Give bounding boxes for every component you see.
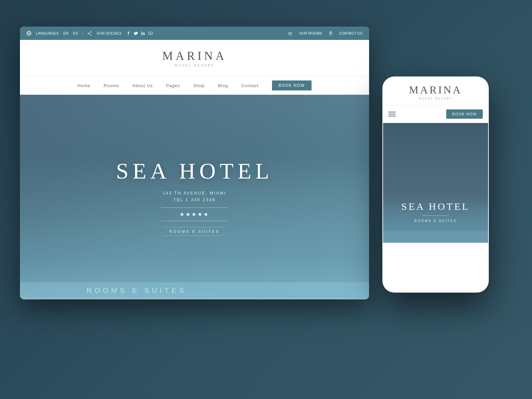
svg-point-13 (330, 32, 331, 33)
hero-divider-bottom (161, 221, 228, 221)
brand-logo[interactable]: MARINA · HOTEL RESORT · (162, 49, 227, 67)
svg-point-9 (141, 32, 142, 32)
bottom-rooms-text: ROOMS E SUITES (86, 286, 187, 295)
hero-title: SEA HOTEL (116, 158, 273, 184)
mobile-brand-name: MARINA (390, 84, 481, 96)
svg-rect-8 (141, 33, 142, 35)
nav-rooms[interactable]: Rooms (104, 83, 119, 88)
book-now-btn[interactable]: BOOK NOW (272, 80, 312, 90)
top-bar-right: OUR ROOMS CONTACT US (288, 31, 362, 36)
share-icon (87, 31, 92, 36)
rooms-nav-label[interactable]: OUR ROOMS (299, 31, 322, 35)
youtube-icon[interactable] (148, 31, 153, 35)
hamburger-line-1 (388, 112, 396, 112)
svg-line-7 (88, 33, 91, 35)
socials-label[interactable]: OUR SOCIALS (96, 31, 121, 35)
nav-pages[interactable]: Pages (166, 83, 180, 88)
mobile-hero-rooms: ROOMS E SUITES (383, 219, 488, 223)
hero-section: SEA HOTEL 143 TH AVENUE, MIAMI TEL 1 345… (20, 95, 369, 299)
top-bar: LANGUAGES EN ES OUR SOCIALS (20, 27, 369, 40)
mobile-header: MARINA · HOTEL RESORT · (383, 77, 488, 105)
nav-home[interactable]: Home (77, 83, 90, 88)
top-bar-left: LANGUAGES EN ES OUR SOCIALS (27, 31, 153, 36)
mobile-nav: BOOK NOW (383, 105, 488, 123)
nav-about[interactable]: About Us (132, 83, 153, 88)
hero-divider-top (161, 207, 228, 208)
brand-subtitle: · HOTEL RESORT · (162, 64, 227, 67)
contact-nav-label[interactable]: CONTACT US (339, 31, 363, 35)
mobile-hero-bottom (383, 231, 488, 243)
globe-icon (27, 31, 31, 36)
divider (82, 31, 83, 36)
mobile-hero-divider (422, 215, 449, 216)
twitter-icon[interactable] (134, 31, 138, 35)
facebook-icon[interactable] (126, 31, 130, 35)
hero-bottom-banner: ROOMS E SUITES (20, 282, 369, 299)
star-icon (288, 31, 292, 36)
mobile-book-btn[interactable]: BOOK NOW (446, 109, 483, 119)
nav-contact[interactable]: Contact (241, 83, 259, 88)
svg-marker-11 (150, 33, 151, 34)
lang-es[interactable]: ES (73, 31, 78, 35)
hamburger-line-2 (388, 114, 396, 114)
mobile-hero: SEA HOTEL ROOMS E SUITES (383, 123, 488, 243)
mobile-mockup: MARINA · HOTEL RESORT · BOOK NOW SEA HOT… (382, 76, 489, 293)
languages-label[interactable]: LANGUAGES (36, 31, 59, 35)
mobile-hero-content: SEA HOTEL ROOMS E SUITES (383, 201, 488, 223)
desktop-mockup: LANGUAGES EN ES OUR SOCIALS (20, 27, 369, 299)
nav-blog[interactable]: Blog (218, 83, 228, 88)
social-icons (126, 31, 153, 35)
hero-address: 143 TH AVENUE, MIAMI (116, 191, 273, 196)
hamburger-line-3 (388, 116, 396, 116)
hero-stars: ★★★★★ (116, 211, 273, 217)
main-nav: Home Rooms About Us Pages Shop Blog Cont… (20, 76, 369, 95)
header: MARINA · HOTEL RESORT · (20, 40, 369, 76)
mobile-hero-title: SEA HOTEL (383, 201, 488, 212)
svg-line-6 (88, 32, 91, 34)
svg-marker-12 (288, 32, 292, 35)
linkedin-icon[interactable] (141, 31, 145, 35)
hamburger-menu[interactable] (388, 112, 396, 116)
mobile-brand-subtitle: · HOTEL RESORT · (390, 97, 481, 100)
nav-shop[interactable]: Shop (193, 83, 204, 88)
lang-en[interactable]: EN (63, 31, 68, 35)
hero-tel: TEL 1 345 2348 (116, 198, 273, 202)
pin-icon (329, 31, 332, 36)
brand-name: MARINA (162, 49, 227, 63)
hero-rooms-label[interactable]: ROOMS E SUITES (163, 227, 226, 236)
hero-content: SEA HOTEL 143 TH AVENUE, MIAMI TEL 1 345… (116, 158, 273, 236)
